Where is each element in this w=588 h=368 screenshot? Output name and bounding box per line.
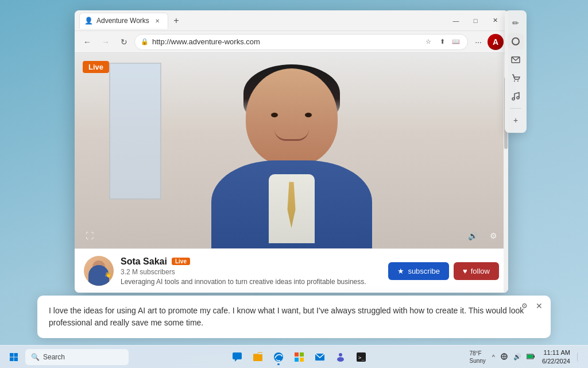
taskbar-edge-icon[interactable] <box>269 348 288 366</box>
reading-icon[interactable]: 📖 <box>450 36 462 48</box>
address-text: http://www.adventure-works.com <box>152 37 419 46</box>
follow-button[interactable]: ♥ follow <box>454 262 499 280</box>
search-icon: 🔍 <box>31 353 40 361</box>
svg-rect-14 <box>300 352 304 356</box>
forward-button[interactable]: → <box>98 34 114 50</box>
volume-button[interactable]: 🔊 <box>465 228 481 244</box>
back-button[interactable]: ← <box>79 34 95 50</box>
channel-description: Leveraging AI tools and innovation to tu… <box>121 278 381 286</box>
sidebar-circle-icon[interactable] <box>508 33 524 49</box>
sidebar-pen-icon[interactable]: ✏ <box>508 15 524 31</box>
search-label: Search <box>43 353 65 361</box>
weather-widget[interactable]: 78°F Sunny <box>469 350 485 365</box>
video-window-element <box>109 63 161 200</box>
browser-window: 👤 Adventure Works ✕ + — □ ✕ ← → ↻ 🔒 http… <box>75 10 508 293</box>
svg-point-5 <box>517 97 519 99</box>
more-options-button[interactable]: ··· <box>470 34 486 50</box>
desktop: 👤 Adventure Works ✕ + — □ ✕ ← → ↻ 🔒 http… <box>0 0 588 368</box>
svg-rect-24 <box>533 355 535 358</box>
taskbar-explorer-icon[interactable] <box>249 348 267 366</box>
show-desktop-icon[interactable] <box>577 352 583 362</box>
chat-close-button[interactable]: ✕ <box>533 300 545 312</box>
tab-strip: 👤 Adventure Works ✕ + <box>79 13 445 29</box>
profile-button[interactable]: A <box>488 34 504 50</box>
browser-content: Live ⛶ 🔊 ⚙ 👋 Sota Sakai Li <box>75 53 508 293</box>
system-icons: ^ 🔊 <box>490 351 536 363</box>
minimize-button[interactable]: — <box>447 14 465 28</box>
lock-icon: 🔒 <box>141 38 149 45</box>
close-button[interactable]: ✕ <box>486 14 504 28</box>
video-area[interactable]: Live ⛶ 🔊 ⚙ <box>75 53 508 248</box>
svg-point-3 <box>517 80 519 82</box>
sidebar-add-icon[interactable]: + <box>508 112 524 128</box>
taskbar-teams-icon[interactable] <box>331 348 350 366</box>
channel-actions: ★ subscribe ♥ follow <box>388 262 499 280</box>
taskbar: 🔍 Search <box>0 345 588 368</box>
share-icon[interactable]: ⬆ <box>436 36 448 48</box>
sidebar-mail-icon[interactable] <box>508 52 524 68</box>
svg-rect-11 <box>253 354 262 361</box>
channel-name-row: Sota Sakai Live <box>121 256 381 267</box>
svg-rect-9 <box>14 357 18 361</box>
channel-name: Sota Sakai <box>121 256 167 267</box>
volume-icon[interactable]: 🔊 <box>512 352 523 362</box>
new-tab-button[interactable]: + <box>169 14 183 28</box>
taskbar-apps: >_ <box>129 348 469 366</box>
svg-rect-8 <box>10 357 14 361</box>
clock-date: 6/22/2024 <box>542 357 570 365</box>
person-head <box>246 68 338 166</box>
address-icons: ☆ ⬆ 📖 <box>423 36 462 48</box>
edge-sidebar: ✏ + <box>505 10 527 133</box>
battery-icon[interactable] <box>525 352 536 362</box>
svg-rect-13 <box>295 352 299 356</box>
window-controls: — □ ✕ <box>447 14 504 28</box>
tab-favicon-icon: 👤 <box>84 17 93 25</box>
sidebar-divider <box>510 108 521 109</box>
chat-settings-icon[interactable]: ⚙ <box>519 300 530 312</box>
tab-close-button[interactable]: ✕ <box>153 16 162 25</box>
network-icon[interactable] <box>498 351 510 363</box>
channel-live-tag: Live <box>172 258 190 265</box>
sidebar-music-icon[interactable] <box>508 89 524 105</box>
star-icon: ★ <box>397 267 404 275</box>
chevron-up-icon[interactable]: ^ <box>490 352 497 362</box>
subscribe-label: subscribe <box>408 267 440 275</box>
taskbar-store-icon[interactable] <box>290 348 308 366</box>
maximize-button[interactable]: □ <box>467 14 484 28</box>
tab-title: Adventure Works <box>96 17 149 25</box>
svg-point-2 <box>514 80 515 82</box>
heart-icon: ♥ <box>463 267 467 275</box>
taskbar-clock[interactable]: 11:11 AM 6/22/2024 <box>539 347 574 366</box>
smile <box>274 129 309 141</box>
taskbar-devtools-icon[interactable]: >_ <box>352 348 370 366</box>
follow-label: follow <box>471 267 490 275</box>
taskbar-right: 78°F Sunny ^ 🔊 11:11 AM 6/22/2024 <box>469 347 583 366</box>
expand-button[interactable]: ⛶ <box>82 228 98 244</box>
svg-text:>_: >_ <box>358 355 365 361</box>
bookmark-icon[interactable]: ☆ <box>423 36 434 48</box>
svg-point-19 <box>337 357 344 362</box>
refresh-button[interactable]: ↻ <box>116 34 132 50</box>
channel-subscribers: 3.2 M subscribers <box>121 268 381 276</box>
weather-temp: 78°F <box>469 350 485 357</box>
active-tab[interactable]: 👤 Adventure Works ✕ <box>79 13 168 29</box>
video-settings-button[interactable]: ⚙ <box>485 228 501 244</box>
avatar-wave-icon: 👋 <box>105 271 111 278</box>
svg-rect-7 <box>14 353 18 357</box>
address-bar[interactable]: 🔒 http://www.adventure-works.com ☆ ⬆ 📖 <box>134 34 468 50</box>
channel-info: Sota Sakai Live 3.2 M subscribers Levera… <box>121 256 381 286</box>
taskbar-search[interactable]: 🔍 Search <box>25 349 129 365</box>
svg-point-18 <box>339 353 342 356</box>
live-badge: Live <box>83 61 109 73</box>
svg-point-4 <box>512 98 514 100</box>
start-button[interactable] <box>5 348 23 366</box>
svg-rect-10 <box>233 352 242 359</box>
svg-rect-16 <box>300 358 304 362</box>
svg-rect-15 <box>295 358 299 362</box>
ai-chat-popup: ⚙ ✕ I love the ideas for using AI art to… <box>37 296 551 338</box>
taskbar-chat-icon[interactable] <box>228 348 246 366</box>
subscribe-button[interactable]: ★ subscribe <box>388 262 449 280</box>
taskbar-mail-icon[interactable] <box>311 348 329 366</box>
title-bar: 👤 Adventure Works ✕ + — □ ✕ <box>75 10 508 31</box>
sidebar-shopping-icon[interactable] <box>508 70 524 86</box>
